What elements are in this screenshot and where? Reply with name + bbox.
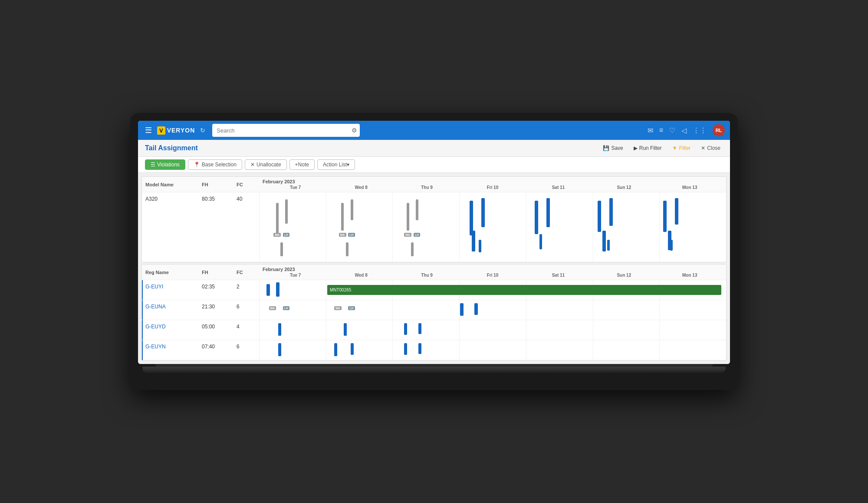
- save-icon: 💾: [603, 145, 609, 151]
- laptop-frame: ☰ V VERYON ↻ ⚙ ✉ ≡ ♡ ◁ ⋮⋮ RL Tail Assign…: [130, 113, 738, 390]
- bar-blue-9: [609, 198, 613, 226]
- lower-day-3: Thu 9: [394, 273, 460, 278]
- lower-day-6: Sun 12: [591, 273, 657, 278]
- bar-geuyd-2: [344, 323, 347, 336]
- bar-blue-6: [546, 198, 550, 227]
- bar-gray-3: [280, 242, 283, 256]
- bar-blue-15: [670, 240, 673, 251]
- lower-row-geuyd: G-EUYD 05:00 4: [142, 320, 726, 340]
- bar-gray-8: [416, 199, 418, 220]
- header-actions: 💾 Save ▶ Run Filter ▼ Filter ✕ Close: [600, 143, 723, 153]
- main-content: Model Name FH FC February 2023 Tue 7 Wed…: [138, 173, 730, 364]
- lower-cal-days: Tue 7 Wed 8 Thu 9 Fri 10 Sat 11 Sun 12 M…: [263, 273, 723, 278]
- fc-geuyn: 6: [233, 340, 259, 360]
- model-name-cell: A320: [142, 192, 198, 262]
- run-icon: ▶: [634, 145, 638, 151]
- lower-day-4: Fri 10: [460, 273, 525, 278]
- bar-geuyn-4: [404, 343, 407, 355]
- lower-section: Reg Name FH FC February 2023 Tue 7 Wed 8…: [141, 264, 727, 361]
- search-container: ⚙: [212, 124, 360, 137]
- avatar[interactable]: RL: [713, 124, 725, 136]
- lower-col-header-fc: FC: [237, 270, 263, 275]
- bar-gray-1: [276, 203, 279, 234]
- unallocate-button[interactable]: ✕ Unallocate: [245, 159, 287, 170]
- lower-day-5: Sat 11: [526, 273, 591, 278]
- bar-blue-11: [607, 240, 610, 251]
- timeline-geuyn: [259, 340, 726, 360]
- reg-name-geuyi[interactable]: G-EUYI: [142, 280, 198, 300]
- mail-icon[interactable]: ✉: [648, 126, 653, 135]
- reg-name-geuyd[interactable]: G-EUYD: [142, 320, 198, 340]
- bar-blue-13: [675, 198, 678, 225]
- fc-geuyd: 4: [233, 320, 259, 340]
- filter-button[interactable]: ▼ Filter: [670, 143, 694, 153]
- lower-row-geuna: G-EUNA 21:30 6: [142, 300, 726, 320]
- favorite-icon[interactable]: ♡: [669, 126, 675, 135]
- run-filter-button[interactable]: ▶ Run Filter: [631, 143, 664, 153]
- upper-day-1: Tue 7: [263, 185, 328, 190]
- bar-blue-8: [598, 201, 601, 232]
- upper-cal-month: February 2023: [263, 179, 723, 185]
- note-button[interactable]: +Note: [289, 159, 315, 170]
- upper-cal-days: Tue 7 Wed 8 Thu 9 Fri 10 Sat 11 Sun 12 M…: [263, 185, 723, 190]
- close-button[interactable]: ✕ Close: [698, 143, 723, 153]
- bar-geuyi-1: [266, 284, 270, 296]
- logo-text: VERYON: [167, 127, 195, 134]
- bar-geuyn-3: [351, 343, 354, 355]
- bar-blue-12: [663, 201, 667, 232]
- bar-gray-5: [351, 199, 353, 220]
- bar-gray-4: [341, 203, 344, 231]
- bar-geuna-2: [474, 303, 478, 315]
- notification-icon[interactable]: ◁: [681, 126, 687, 135]
- upper-day-7: Mon 13: [657, 185, 723, 190]
- hamburger-icon[interactable]: ☰: [143, 124, 154, 137]
- logo-box: V: [157, 126, 165, 135]
- save-button[interactable]: 💾 Save: [600, 143, 625, 153]
- bar-gray-2: [285, 199, 288, 224]
- timeline-geuyd: [259, 320, 726, 340]
- bar-blue-3: [472, 231, 475, 252]
- bar-geuyi-2: [276, 282, 279, 297]
- badge-ma-1: MA: [273, 233, 281, 237]
- lower-cal-month: February 2023: [263, 267, 723, 273]
- col-header-model: Model Name: [145, 182, 202, 187]
- bar-geuna-1: [460, 303, 464, 316]
- x-icon: ✕: [250, 162, 255, 168]
- lower-day-7: Mon 13: [657, 273, 723, 278]
- upper-day-3: Thu 9: [394, 185, 460, 190]
- search-input[interactable]: [212, 124, 360, 137]
- apps-icon[interactable]: ⋮⋮: [693, 126, 707, 135]
- lower-col-header-fh: FH: [202, 270, 237, 275]
- bar-gray-7: [407, 203, 409, 231]
- lower-row-geuyi: G-EUYI 02:35 2: [142, 280, 726, 300]
- upper-day-4: Fri 10: [460, 185, 525, 190]
- bar-geuyd-1: [278, 323, 281, 336]
- reg-name-geuyn[interactable]: G-EUYN: [142, 340, 198, 360]
- action-list-button[interactable]: Action List▾: [317, 159, 355, 170]
- badge-ma-2: MA: [339, 233, 346, 237]
- badge-ma-3: MA: [404, 233, 411, 237]
- fc-geuna: 6: [233, 300, 259, 320]
- badge-lh-3: LH: [414, 233, 420, 237]
- col-header-fc: FC: [237, 182, 263, 187]
- page-header: Tail Assignment 💾 Save ▶ Run Filter ▼ Fi…: [138, 140, 730, 157]
- laptop-base: [142, 367, 726, 373]
- bar-geuyd-3: [404, 323, 407, 335]
- upper-row-a320: A320 80:35 40: [142, 192, 726, 262]
- bar-gray-6: [346, 242, 349, 256]
- base-selection-tab[interactable]: 📍 Base Selection: [188, 159, 242, 170]
- col-header-reg: Reg Name: [145, 270, 202, 275]
- toolbar: ☰ Violations 📍 Base Selection ✕ Unalloca…: [138, 157, 730, 173]
- list-icon[interactable]: ≡: [659, 126, 663, 134]
- badge-geuna-ma2: MA: [334, 306, 342, 310]
- topbar: ☰ V VERYON ↻ ⚙ ✉ ≡ ♡ ◁ ⋮⋮ RL: [138, 121, 730, 140]
- pin-icon: 📍: [194, 162, 200, 168]
- reg-name-geuna[interactable]: G-EUNA: [142, 300, 198, 320]
- search-icon[interactable]: ⚙: [352, 127, 357, 134]
- bar-blue-7: [539, 234, 542, 249]
- fh-geuna: 21:30: [198, 300, 233, 320]
- bar-geuyn-5: [418, 343, 421, 354]
- bar-blue-2: [481, 198, 485, 227]
- violations-tab[interactable]: ☰ Violations: [145, 159, 185, 170]
- refresh-icon[interactable]: ↻: [198, 125, 207, 136]
